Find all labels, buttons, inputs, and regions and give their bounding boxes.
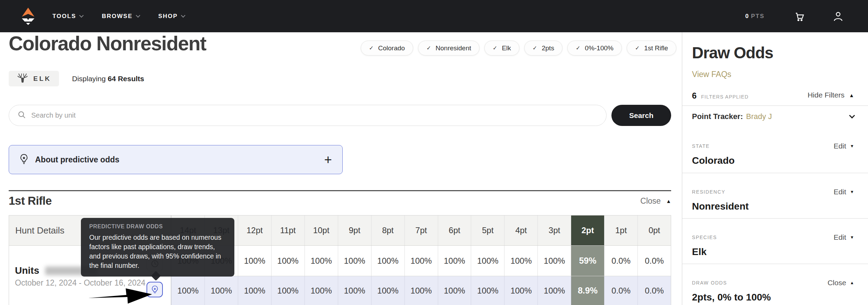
section-header-row: SPECIESEdit▼ xyxy=(692,233,854,242)
chevron-down-icon xyxy=(136,13,140,18)
nav-menu: TOOLSBROWSESHOP xyxy=(52,13,185,20)
odds-rows: 100%100%100%100%100%100%100%100%100%100%… xyxy=(171,246,671,305)
nav-item-browse[interactable]: BROWSE xyxy=(102,13,140,20)
account-icon[interactable] xyxy=(833,11,844,22)
section-action-label: Edit xyxy=(834,142,846,150)
filter-chip-label: 1st Rifle xyxy=(644,44,668,52)
tooltip-title: PREDICTIVE DRAW ODDS xyxy=(89,223,226,230)
point-column-header: 9pt xyxy=(338,215,371,245)
filter-chip[interactable]: ✓0%-100% xyxy=(567,41,622,56)
top-nav: TOOLSBROWSESHOP 0PTS xyxy=(0,0,868,32)
section-edit-button[interactable]: Edit▼ xyxy=(834,142,854,150)
odds-cell: 100% xyxy=(537,246,571,276)
odds-cell: 100% xyxy=(471,246,504,276)
caret-down-icon: ▼ xyxy=(850,189,854,194)
caret-down-icon: ▼ xyxy=(850,235,854,240)
filter-chip-label: Elk xyxy=(502,44,511,52)
odds-cell: 100% xyxy=(205,276,238,305)
about-predictive-odds[interactable]: About predictive odds + xyxy=(9,145,343,174)
lightbulb-icon xyxy=(19,154,28,166)
filter-chip[interactable]: ✓Nonresident xyxy=(418,41,479,56)
about-label: About predictive odds xyxy=(35,155,119,164)
section-value: Elk xyxy=(692,246,854,257)
section-collapse-button[interactable]: Close ▲ xyxy=(640,196,671,206)
odds-cell: 100% xyxy=(371,246,404,276)
points-indicator[interactable]: 0PTS xyxy=(745,13,765,20)
hide-filters-button[interactable]: Hide Filters ▲ xyxy=(808,91,854,99)
filter-chips: ✓Colorado✓Nonresident✓Elk✓2pts✓0%-100%✓1… xyxy=(361,41,676,56)
section-value: Colorado xyxy=(692,155,854,166)
sidebar-section-residency: RESIDENCYEdit▼Nonresident xyxy=(682,173,868,218)
caret-up-icon: ▲ xyxy=(849,92,854,98)
elk-icon xyxy=(16,73,29,85)
predictive-odds-tooltip: PREDICTIVE DRAW ODDS Our predictive odds… xyxy=(81,218,234,277)
odds-cell: 100% xyxy=(304,276,338,305)
odds-cell: 100% xyxy=(238,276,271,305)
view-faqs-link[interactable]: View FAQs xyxy=(692,70,731,79)
chevron-down-icon xyxy=(79,13,84,18)
gohunt-logo-icon[interactable] xyxy=(19,7,37,25)
checkmark-icon: ✓ xyxy=(635,45,640,51)
species-badge: ELK xyxy=(9,71,59,86)
nav-item-shop[interactable]: SHOP xyxy=(158,13,185,20)
filter-chip[interactable]: ✓2pts xyxy=(524,41,562,56)
cart-icon[interactable] xyxy=(793,11,804,22)
odds-cell: 100% xyxy=(438,246,471,276)
odds-cell: 100% xyxy=(404,246,438,276)
section-divider xyxy=(9,190,671,191)
odds-cell: 100% xyxy=(537,276,571,305)
odds-cell: 100% xyxy=(504,276,537,305)
nav-item-label: BROWSE xyxy=(102,13,133,20)
section-label: DRAW ODDS xyxy=(692,280,727,286)
tooltip-body: Our predictive odds are based on numerou… xyxy=(89,233,226,270)
odds-cell: 0.0% xyxy=(604,246,637,276)
odds-cell: 100% xyxy=(304,246,338,276)
filter-chip[interactable]: ✓1st Rifle xyxy=(627,41,676,56)
odds-cell: 0.0% xyxy=(637,246,671,276)
caret-up-icon: ▲ xyxy=(666,198,671,204)
odds-cell: 8.9% xyxy=(571,276,604,305)
odds-cell: 0.0% xyxy=(604,276,637,305)
section-edit-button[interactable]: Edit▼ xyxy=(834,188,854,196)
search-button[interactable]: Search xyxy=(611,105,671,126)
section-label: SPECIES xyxy=(692,235,717,240)
caret-down-icon: ▼ xyxy=(850,144,854,149)
point-column-header: 4pt xyxy=(504,215,537,245)
section-label: RESIDENCY xyxy=(692,189,725,195)
section-value: Nonresident xyxy=(692,201,854,212)
point-column-header: 10pt xyxy=(304,215,338,245)
section-title: 1st Rifle xyxy=(9,194,52,207)
odds-cell: 100% xyxy=(271,276,304,305)
odds-cell: 100% xyxy=(404,276,438,305)
species-badge-label: ELK xyxy=(33,75,51,83)
point-tracker-row[interactable]: Point Tracker: Brady J xyxy=(692,106,854,127)
point-column-header: 0pt xyxy=(637,215,671,245)
odds-cell: 100% xyxy=(371,276,404,305)
filter-chip[interactable]: ✓Colorado xyxy=(361,41,414,56)
sidebar-section-species: SPECIESEdit▼Elk xyxy=(682,218,868,264)
odds-cell: 59% xyxy=(571,246,604,276)
search-input[interactable] xyxy=(31,111,598,119)
point-column-header: 5pt xyxy=(471,215,504,245)
section-close-button[interactable]: Close▲ xyxy=(827,279,854,287)
filter-chip-label: 2pts xyxy=(542,44,554,52)
point-tracker-value: Brady J xyxy=(746,112,772,121)
point-column-header: 6pt xyxy=(438,215,471,245)
nav-item-tools[interactable]: TOOLS xyxy=(52,13,83,20)
checkmark-icon: ✓ xyxy=(576,45,580,51)
draw-odds-row: 100%100%100%100%100%100%100%100%100%100%… xyxy=(171,246,671,276)
results-count: Displaying 64 Results xyxy=(72,75,144,83)
chevron-down-icon xyxy=(849,113,855,119)
search-icon xyxy=(18,111,26,120)
section-header-row: STATEEdit▼ xyxy=(692,142,854,150)
section-action-label: Edit xyxy=(834,233,846,242)
filters-sidebar: Draw Odds View FAQs 6 FILTERS APPLIED Hi… xyxy=(682,32,868,305)
point-column-header: 3pt xyxy=(537,215,571,245)
page: TOOLSBROWSESHOP 0PTS Colorado Nonresiden… xyxy=(0,0,868,305)
checkmark-icon: ✓ xyxy=(493,45,497,51)
filter-chip[interactable]: ✓Elk xyxy=(484,41,519,56)
filter-chip-label: Colorado xyxy=(378,44,405,52)
point-column-header: 11pt xyxy=(271,215,304,245)
search-row: Search xyxy=(9,105,671,126)
section-edit-button[interactable]: Edit▼ xyxy=(834,233,854,242)
